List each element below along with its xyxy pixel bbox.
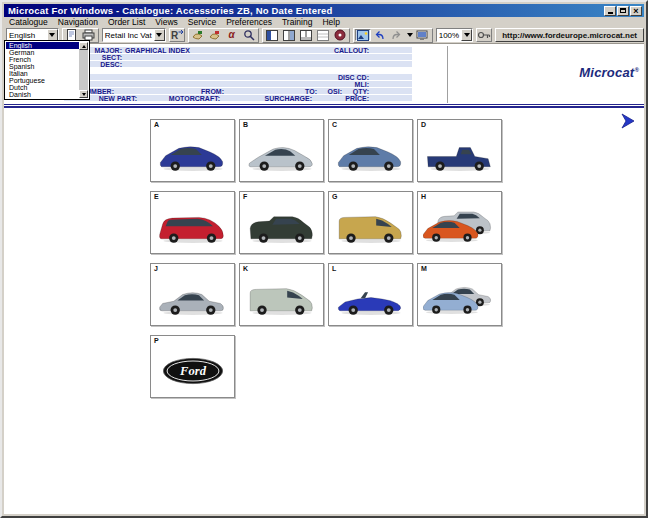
minimize-icon — [608, 12, 613, 14]
menu-preferences[interactable]: Preferences — [221, 17, 277, 27]
catalog-tile-L[interactable]: L — [328, 263, 413, 326]
vehicle-image — [245, 135, 319, 175]
chevron-down-icon — [464, 33, 470, 37]
maximize-button[interactable] — [617, 6, 629, 16]
app-window: Microcat For Windows - Catalogue: Access… — [0, 0, 648, 518]
catalog-tile-C[interactable]: C — [328, 119, 413, 182]
price-mode-value: Retail Inc Vat — [103, 31, 154, 40]
language-option-french[interactable]: French — [6, 56, 79, 63]
catalog-tile-K[interactable]: K — [239, 263, 324, 326]
window-title: Microcat For Windows - Catalogue: Access… — [8, 5, 333, 16]
catalog-tile-A[interactable]: A — [150, 119, 235, 182]
svg-text:Ford: Ford — [179, 364, 207, 378]
view-left-pane-icon — [266, 30, 278, 41]
undo-arrow-icon — [373, 30, 386, 41]
catalog-tile-J[interactable]: J — [150, 263, 235, 326]
microcat-logo: Microcat® — [489, 65, 639, 80]
menu-bar: Catalogue Navigation Order List Views Se… — [4, 17, 644, 27]
hand-part-icon — [191, 29, 204, 41]
zoom-combobox[interactable]: 100% — [436, 28, 473, 42]
next-page-arrow[interactable] — [620, 113, 636, 129]
catalog-tile-P[interactable]: P Ford — [150, 335, 235, 398]
arrow-down-icon — [82, 93, 86, 96]
price-mode-dropdown-button[interactable] — [154, 29, 165, 41]
redo-button[interactable] — [389, 29, 405, 41]
minimize-button[interactable] — [604, 6, 616, 16]
price-mode-combobox[interactable]: Retail Inc Vat — [102, 28, 166, 42]
language-value: English — [7, 31, 47, 40]
tile-letter: H — [421, 193, 426, 200]
part-detail-panel: MAJOR: GRAPHICAL INDEX CALLOUT: SECT: DE… — [4, 44, 644, 108]
catalog-tile-M[interactable]: M — [417, 263, 502, 326]
related-parts-icon: R — [170, 29, 184, 41]
vehicle-image — [245, 207, 319, 247]
brand-divider — [447, 46, 448, 103]
tile-letter: B — [243, 121, 248, 128]
osi-label: OSI: — [312, 88, 342, 95]
scroll-down-button[interactable] — [79, 90, 88, 98]
language-option-spanish[interactable]: Spanish — [6, 63, 79, 70]
view-split-button[interactable] — [281, 29, 297, 41]
alpha-index-button[interactable]: α — [224, 29, 240, 41]
tile-letter: M — [421, 265, 427, 272]
desc-label: DESC: — [87, 61, 122, 68]
alpha-icon: α — [229, 30, 235, 40]
catalog-tile-F[interactable]: F — [239, 191, 324, 254]
view-plain-button[interactable] — [315, 29, 331, 41]
catalog-tile-G[interactable]: G — [328, 191, 413, 254]
major-label: MAJOR: — [87, 47, 122, 54]
tile-letter: C — [332, 121, 337, 128]
menu-navigation[interactable]: Navigation — [53, 17, 103, 27]
maximize-icon — [620, 8, 626, 13]
catalog-tile-B[interactable]: B — [239, 119, 324, 182]
login-key-button[interactable] — [476, 28, 492, 42]
cd-icon — [334, 29, 346, 41]
menu-training[interactable]: Training — [277, 17, 317, 27]
catalog-tile-D[interactable]: D — [417, 119, 502, 182]
menu-views[interactable]: Views — [150, 17, 183, 27]
close-button[interactable]: × — [630, 6, 642, 16]
search-button[interactable] — [241, 29, 257, 41]
dropdown-scrollbar[interactable] — [79, 42, 88, 98]
menu-service[interactable]: Service — [183, 17, 221, 27]
graphical-index-button[interactable] — [355, 29, 371, 41]
view-index-button[interactable] — [264, 29, 280, 41]
menu-catalogue[interactable]: Catalogue — [4, 17, 53, 27]
tile-letter: E — [154, 193, 159, 200]
language-option-portuguese[interactable]: Portuguese — [6, 77, 79, 84]
menu-help[interactable]: Help — [317, 17, 344, 27]
tile-letter: D — [421, 121, 426, 128]
cd-button[interactable] — [332, 29, 348, 41]
catalog-tile-H[interactable]: H — [417, 191, 502, 254]
menu-order-list[interactable]: Order List — [103, 17, 150, 27]
part-hand-alt-button[interactable] — [207, 29, 223, 41]
website-link-button[interactable]: http://www.fordeurope.microcat.net — [495, 28, 644, 42]
view-group — [262, 28, 350, 43]
language-option-english[interactable]: English — [6, 42, 79, 49]
language-option-german[interactable]: German — [6, 49, 79, 56]
language-option-italian[interactable]: Italian — [6, 70, 79, 77]
zoom-dropdown-button[interactable] — [461, 29, 472, 41]
view-split-icon — [283, 30, 295, 41]
language-dropdown-list: English German French Spanish Italian Po… — [4, 40, 90, 100]
vehicle-image — [156, 279, 230, 319]
sect-label: SECT: — [87, 54, 122, 61]
redo-menu-button[interactable] — [406, 29, 414, 41]
catalog-tile-E[interactable]: E — [150, 191, 235, 254]
undo-button[interactable] — [372, 29, 388, 41]
motorcraft-label: MOTORCRAFT: — [162, 95, 220, 102]
part-hand-button[interactable] — [190, 29, 206, 41]
language-option-danish[interactable]: Danish — [6, 91, 79, 98]
window-controls: × — [604, 6, 642, 16]
language-options: English German French Spanish Italian Po… — [6, 42, 79, 98]
language-option-dutch[interactable]: Dutch — [6, 84, 79, 91]
vehicle-image — [156, 207, 230, 247]
image-nav-group — [353, 28, 433, 43]
related-parts-button[interactable]: R — [169, 28, 185, 42]
screen-button[interactable] — [415, 29, 431, 41]
view-detail-button[interactable] — [298, 29, 314, 41]
chevron-down-icon — [407, 33, 413, 37]
major-value: GRAPHICAL INDEX — [125, 47, 190, 54]
scroll-up-button[interactable] — [79, 42, 88, 50]
surcharge-label: SURCHARGE: — [257, 95, 312, 102]
